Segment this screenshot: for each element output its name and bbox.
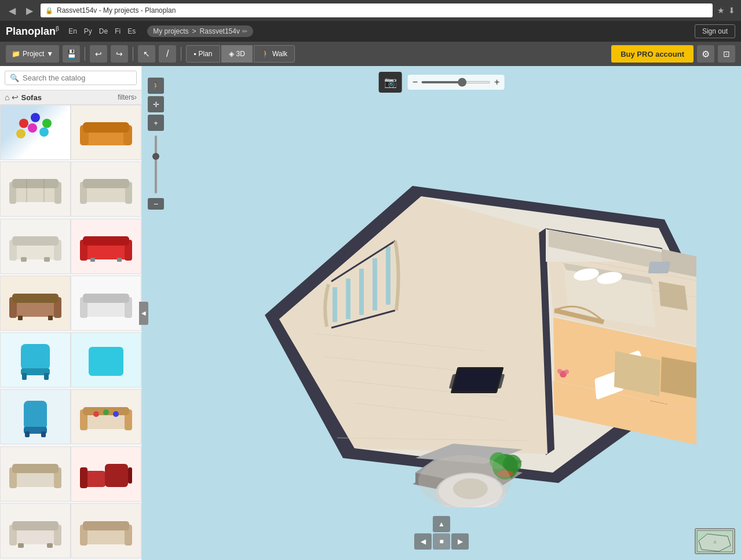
filters-link[interactable]: filters› [118,93,137,101]
3d-mode-button[interactable]: ◈ 3D [221,45,253,63]
collapse-sidebar-button[interactable]: ◀ [139,302,148,325]
lang-fi[interactable]: Fi [112,26,123,36]
download-button[interactable]: ⬇ [728,6,735,15]
search-input[interactable] [23,74,132,82]
left-edge-controls: 🚶 ✛ + − [148,78,164,210]
nav-center-button[interactable]: ■ [433,533,450,550]
list-item[interactable] [0,276,71,331]
list-item[interactable] [71,276,141,331]
list-item[interactable] [71,105,141,160]
list-item[interactable] [0,105,71,160]
list-item[interactable] [0,332,71,387]
svg-rect-58 [12,471,59,487]
svg-point-57 [113,411,119,417]
svg-rect-38 [83,301,129,317]
language-buttons: En Ру De Fi Es [66,26,138,36]
zoom-in-button[interactable]: + [494,77,499,87]
app-header: Planoplanβ En Ру De Fi Es My projects > … [0,21,741,42]
sofa-image-5 [4,223,67,269]
redo-button[interactable]: ↪ [111,45,128,63]
undo-button[interactable]: ↩ [90,45,107,63]
svg-point-5 [39,127,49,137]
svg-rect-9 [83,122,129,133]
select-tool-button[interactable]: ↖ [138,45,155,63]
list-item[interactable] [0,503,71,558]
zoom-control: − + [408,75,505,90]
zoom-in-edge-button[interactable]: + [148,115,164,131]
svg-rect-45 [44,373,49,380]
svg-rect-44 [22,373,27,380]
list-item[interactable] [0,389,71,444]
svg-point-135 [564,369,569,374]
svg-rect-51 [83,413,129,429]
svg-rect-116 [648,262,670,273]
zoom-slider[interactable] [421,81,491,83]
list-item[interactable] [71,389,141,444]
breadcrumb-my-projects[interactable]: My projects [153,27,188,35]
fullscreen-button[interactable]: ⊡ [718,45,735,63]
forward-button[interactable]: ▶ [23,4,36,17]
draw-tool-button[interactable]: / [159,45,176,63]
sofa-image-3 [4,166,67,212]
person-view-button[interactable]: 🚶 [148,78,164,94]
svg-rect-36 [18,316,23,320]
plan-mode-button[interactable]: ▪ Plan [186,45,220,63]
svg-rect-95 [333,287,337,322]
list-item[interactable] [71,503,141,558]
camera-button[interactable]: 📷 [379,72,402,93]
walk-icon: 🚶 [261,50,270,58]
nav-right-button[interactable]: ▶ [451,533,469,550]
view-mode-buttons: ▪ Plan ◈ 3D 🚶 Walk [186,45,295,63]
home-button[interactable]: ⌂ [5,93,9,102]
list-item[interactable] [71,332,141,387]
project-button[interactable]: 📁 Project ▼ [6,45,59,63]
floor-plan-svg [221,114,696,507]
breadcrumb-project-name: Rassvet154v [200,27,240,35]
svg-rect-97 [359,269,364,315]
list-item[interactable] [71,219,141,274]
list-item[interactable] [71,446,141,502]
compass-button[interactable]: ✛ [148,96,164,112]
settings-button[interactable]: ⚙ [697,45,714,63]
back-category-button[interactable]: ↩ [12,93,19,102]
nav-left-button[interactable]: ◀ [414,533,432,550]
list-item[interactable] [0,446,71,502]
toolbar-separator-3 [181,47,181,61]
svg-point-55 [93,411,99,417]
list-item[interactable] [71,162,141,217]
lang-en[interactable]: En [66,26,79,36]
filters-bar: ⌂ ↩ Sofas filters› [0,90,141,105]
save-button[interactable]: 💾 [63,45,80,63]
lang-ru[interactable]: Ру [82,26,94,36]
edit-icon[interactable]: ✏ [242,28,247,35]
gear-icon: ⚙ [702,49,710,60]
3d-view-area[interactable]: 📷 − + 🚶 ✛ + − [142,66,741,560]
lang-es[interactable]: Es [125,26,138,36]
sofa-image-7 [4,280,67,326]
zoom-out-edge-button[interactable]: − [148,198,164,210]
svg-point-134 [557,369,562,374]
folder-icon: 📁 [12,50,20,58]
svg-rect-75 [83,521,129,530]
zoom-track [155,136,157,193]
svg-rect-42 [21,344,50,370]
svg-rect-104 [453,369,502,391]
sofa-image-6 [75,223,137,269]
list-item[interactable] [0,219,71,274]
sofa-image-13 [4,451,67,496]
svg-rect-35 [12,294,59,303]
sofa-image-15 [4,508,67,554]
svg-rect-96 [346,279,351,319]
back-button[interactable]: ◀ [6,4,19,17]
svg-rect-24 [21,257,27,262]
minimap[interactable]: ⌂ [695,528,735,554]
lang-de[interactable]: De [97,26,110,36]
walk-mode-button[interactable]: 🚶 Walk [254,45,295,63]
list-item[interactable] [0,162,71,217]
svg-point-3 [16,129,25,138]
bookmark-button[interactable]: ★ [717,6,725,15]
buy-pro-button[interactable]: Buy PRO account [611,45,693,63]
zoom-out-button[interactable]: − [413,77,418,87]
nav-up-button[interactable]: ▲ [433,516,450,532]
sign-out-button[interactable]: Sign out [695,24,735,38]
